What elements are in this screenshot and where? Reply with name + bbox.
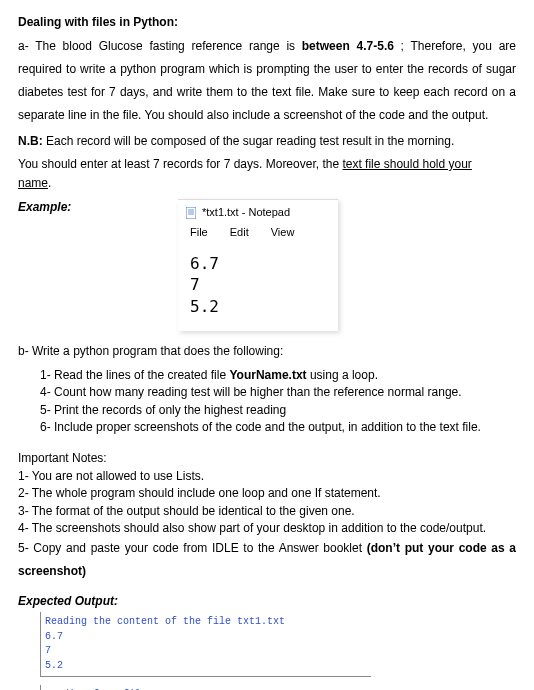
b1-post: using a loop. (307, 368, 378, 382)
n5-pre: 5- Copy and paste your code from IDLE to… (18, 541, 367, 555)
out-line-2: 6.7 (45, 630, 365, 645)
notepad-window: *txt1.txt - Notepad File Edit View 6.7 7… (178, 199, 338, 332)
notepad-menu: File Edit View (178, 224, 338, 247)
svg-rect-0 (186, 207, 196, 219)
notepad-body[interactable]: 6.7 7 5.2 (178, 247, 338, 322)
paragraph-a: a- The blood Glucose fasting reference r… (18, 35, 516, 126)
para-a-pre: a- The blood Glucose fasting reference r… (18, 39, 302, 53)
line-name: name. (18, 175, 516, 192)
note-5: 5- Copy and paste your code from IDLE to… (18, 537, 516, 583)
notes-heading: Important Notes: (18, 450, 516, 467)
note-4: 4- The screenshots should also show part… (18, 520, 516, 537)
output-box-2: Reading from file txt1.txt Test Reading:… (40, 685, 371, 690)
note-2: 2- The whole program should include one … (18, 485, 516, 502)
notepad-title: *txt1.txt - Notepad (202, 205, 290, 221)
line7-u1: text file should hold your (342, 157, 471, 171)
b1-filename: YourName.txt (229, 368, 306, 382)
example-label: Example: (18, 199, 178, 216)
expected-output-label: Expected Output: (18, 593, 516, 610)
line7-u2: name (18, 176, 48, 190)
np-line-3: 5.2 (190, 296, 326, 318)
np-line-1: 6.7 (190, 253, 326, 275)
notes-list: 1- You are not allowed to use Lists. 2- … (18, 468, 516, 583)
out-line-1: Reading the content of the file txt1.txt (45, 615, 365, 630)
b-item-5: 5- Print the records of only the highest… (40, 402, 516, 419)
nb-label: N.B: (18, 134, 43, 148)
notepad-titlebar: *txt1.txt - Notepad (178, 200, 338, 224)
doc-heading: Dealing with files in Python: (18, 14, 516, 31)
b-item-4: 4- Count how many reading test will be h… (40, 384, 516, 401)
note-3: 3- The format of the output should be id… (18, 503, 516, 520)
menu-edit[interactable]: Edit (230, 225, 249, 241)
line7-pre: You should enter at least 7 records for … (18, 157, 342, 171)
line-7-records: You should enter at least 7 records for … (18, 156, 516, 173)
out-line-3: 7 (45, 644, 365, 659)
nb-text: Each record will be composed of the suga… (43, 134, 455, 148)
b-item-6: 6- Include proper screenshots of the cod… (40, 419, 516, 436)
part-b-intro: b- Write a python program that does the … (18, 343, 516, 360)
para-a-range: between 4.7-5.6 (302, 39, 394, 53)
b-item-1: 1- Read the lines of the created file Yo… (40, 367, 516, 384)
out-line-4: 5.2 (45, 659, 365, 674)
np-line-2: 7 (190, 274, 326, 296)
nb-line: N.B: Each record will be composed of the… (18, 133, 516, 150)
menu-file[interactable]: File (190, 225, 208, 241)
part-b-list: 1- Read the lines of the created file Yo… (18, 367, 516, 437)
output-box-1: Reading the content of the file txt1.txt… (40, 612, 371, 677)
menu-view[interactable]: View (271, 225, 295, 241)
b1-pre: 1- Read the lines of the created file (40, 368, 229, 382)
notepad-icon (186, 207, 196, 219)
note-1: 1- You are not allowed to use Lists. (18, 468, 516, 485)
